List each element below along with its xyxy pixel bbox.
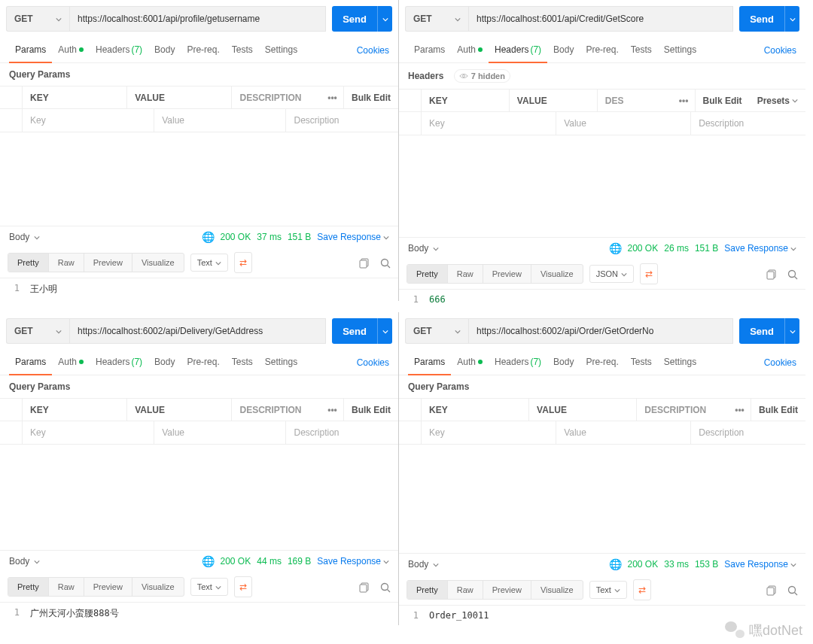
key-input[interactable]: Key xyxy=(422,421,556,444)
method-select[interactable]: GET xyxy=(405,318,468,344)
copy-icon[interactable] xyxy=(766,268,777,280)
presets-button[interactable]: Presets xyxy=(750,96,805,106)
tab-params[interactable]: Params xyxy=(408,38,451,63)
tab-body[interactable]: Body xyxy=(148,38,181,63)
method-select[interactable]: GET xyxy=(405,6,468,32)
bulk-edit-button[interactable]: Bulk Edit xyxy=(751,405,805,415)
bulk-edit-button[interactable]: Bulk Edit xyxy=(344,405,398,415)
value-input[interactable]: Value xyxy=(556,421,691,444)
value-input[interactable]: Value xyxy=(556,112,691,135)
save-response-button[interactable]: Save Response xyxy=(317,232,389,242)
copy-icon[interactable] xyxy=(359,257,370,269)
tab-prereq[interactable]: Pre-req. xyxy=(181,350,225,375)
response-body-tab[interactable]: Body xyxy=(9,556,40,567)
send-options[interactable] xyxy=(377,6,392,32)
tab-auth[interactable]: Auth xyxy=(52,38,90,63)
save-response-button[interactable]: Save Response xyxy=(724,559,796,570)
search-icon[interactable] xyxy=(380,257,391,269)
send-button[interactable]: Send xyxy=(739,6,784,32)
response-body-tab[interactable]: Body xyxy=(408,243,439,254)
tab-params[interactable]: Params xyxy=(408,350,451,375)
tab-auth[interactable]: Auth xyxy=(52,350,90,375)
copy-icon[interactable] xyxy=(359,581,370,593)
save-response-button[interactable]: Save Response xyxy=(724,243,796,254)
tab-prereq[interactable]: Pre-req. xyxy=(580,38,624,63)
view-raw[interactable]: Raw xyxy=(448,581,483,599)
view-pretty[interactable]: Pretty xyxy=(407,265,448,283)
response-body-tab[interactable]: Body xyxy=(408,559,439,570)
view-preview[interactable]: Preview xyxy=(84,254,132,272)
table-row[interactable]: Key Value Description xyxy=(399,421,805,444)
bulk-edit-button[interactable]: Bulk Edit xyxy=(344,93,398,103)
tab-body[interactable]: Body xyxy=(547,350,580,375)
copy-icon[interactable] xyxy=(766,584,777,596)
view-visualize[interactable]: Visualize xyxy=(531,581,583,599)
cookies-link[interactable]: Cookies xyxy=(764,45,796,56)
value-input[interactable]: Value xyxy=(154,109,286,132)
method-select[interactable]: GET xyxy=(6,318,69,344)
tab-tests[interactable]: Tests xyxy=(625,38,658,63)
table-row[interactable]: Key Value Description xyxy=(0,421,398,444)
desc-input[interactable]: Description xyxy=(691,112,805,135)
tab-auth[interactable]: Auth xyxy=(451,38,489,63)
key-input[interactable]: Key xyxy=(23,109,154,132)
send-options[interactable] xyxy=(784,318,799,344)
search-icon[interactable] xyxy=(380,581,391,593)
tab-body[interactable]: Body xyxy=(148,350,181,375)
send-button[interactable]: Send xyxy=(332,6,377,32)
tab-tests[interactable]: Tests xyxy=(226,350,259,375)
network-icon[interactable]: 🌐 xyxy=(609,558,622,570)
tab-settings[interactable]: Settings xyxy=(259,38,303,63)
cookies-link[interactable]: Cookies xyxy=(764,357,796,368)
more-icon[interactable]: ••• xyxy=(729,399,751,421)
desc-input[interactable]: Description xyxy=(286,109,398,132)
tab-auth[interactable]: Auth xyxy=(451,350,489,375)
table-row[interactable]: Key Value Description xyxy=(399,112,805,135)
method-select[interactable]: GET xyxy=(6,6,69,32)
tab-settings[interactable]: Settings xyxy=(259,350,303,375)
tab-body[interactable]: Body xyxy=(547,38,580,63)
wrap-icon[interactable]: ⇄ xyxy=(234,576,252,597)
url-input[interactable] xyxy=(69,6,326,32)
view-preview[interactable]: Preview xyxy=(483,265,531,283)
search-icon[interactable] xyxy=(787,268,798,280)
view-raw[interactable]: Raw xyxy=(49,254,84,272)
tab-settings[interactable]: Settings xyxy=(658,38,702,63)
cookies-link[interactable]: Cookies xyxy=(357,45,389,56)
view-pretty[interactable]: Pretty xyxy=(8,578,49,596)
send-options[interactable] xyxy=(784,6,799,32)
more-icon[interactable]: ••• xyxy=(673,90,696,111)
tab-params[interactable]: Params xyxy=(9,350,52,375)
desc-input[interactable]: Description xyxy=(691,421,805,444)
send-button[interactable]: Send xyxy=(332,318,377,344)
value-input[interactable]: Value xyxy=(154,421,286,444)
search-icon[interactable] xyxy=(787,584,798,596)
tab-headers[interactable]: Headers (7) xyxy=(489,38,547,63)
send-button[interactable]: Send xyxy=(739,318,784,344)
more-icon[interactable]: ••• xyxy=(321,87,344,108)
wrap-icon[interactable]: ⇄ xyxy=(633,579,651,600)
url-input[interactable] xyxy=(468,318,733,344)
network-icon[interactable]: 🌐 xyxy=(202,555,215,567)
tab-params[interactable]: Params xyxy=(9,38,52,63)
save-response-button[interactable]: Save Response xyxy=(317,556,389,567)
tab-headers[interactable]: Headers (7) xyxy=(90,38,148,63)
wrap-icon[interactable]: ⇄ xyxy=(234,252,252,273)
format-select[interactable]: Text xyxy=(190,254,228,272)
format-select[interactable]: Text xyxy=(589,581,627,599)
tab-tests[interactable]: Tests xyxy=(226,38,259,63)
key-input[interactable]: Key xyxy=(23,421,154,444)
network-icon[interactable]: 🌐 xyxy=(609,242,622,254)
format-select[interactable]: JSON xyxy=(589,265,634,283)
view-preview[interactable]: Preview xyxy=(84,578,132,596)
wrap-icon[interactable]: ⇄ xyxy=(640,263,658,284)
url-input[interactable] xyxy=(69,318,326,344)
tab-headers[interactable]: Headers (7) xyxy=(90,350,148,375)
tab-headers[interactable]: Headers (7) xyxy=(489,350,547,375)
send-options[interactable] xyxy=(377,318,392,344)
format-select[interactable]: Text xyxy=(190,578,228,596)
view-visualize[interactable]: Visualize xyxy=(531,265,583,283)
cookies-link[interactable]: Cookies xyxy=(357,357,389,368)
view-raw[interactable]: Raw xyxy=(448,265,483,283)
view-visualize[interactable]: Visualize xyxy=(132,578,184,596)
